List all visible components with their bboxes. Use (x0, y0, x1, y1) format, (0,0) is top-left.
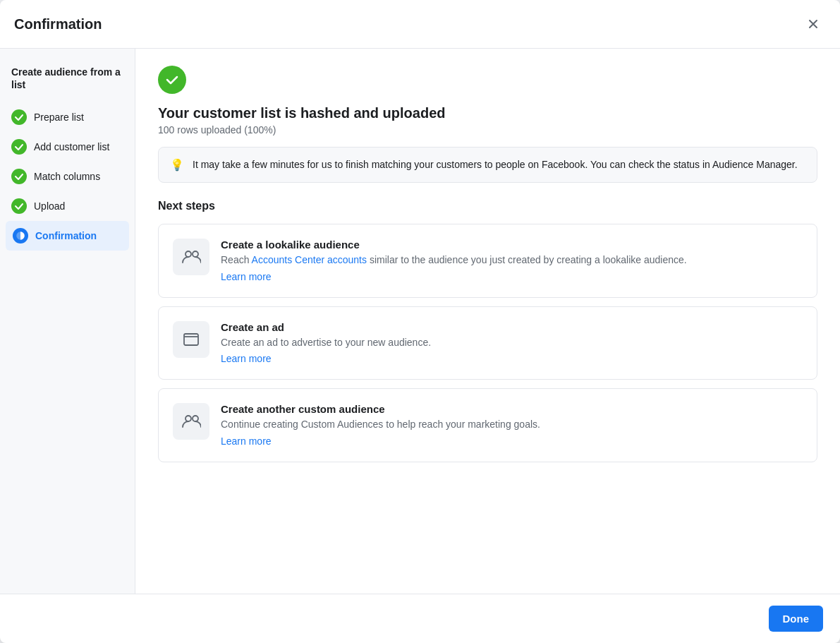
custom-audience-card-title: Create another custom audience (221, 403, 540, 415)
close-button[interactable] (801, 11, 826, 37)
sidebar-label-prepare-list: Prepare list (34, 112, 84, 123)
custom-audience-card-desc: Continue creating Custom Audiences to he… (221, 418, 540, 432)
checkmark-icon (14, 142, 24, 152)
custom-audience-card-content: Create another custom audience Continue … (221, 403, 540, 447)
sidebar-item-upload[interactable]: Upload (0, 191, 135, 221)
done-button[interactable]: Done (769, 606, 824, 632)
accounts-center-link[interactable]: Accounts Center accounts (252, 254, 367, 265)
success-subtitle: 100 rows uploaded (100%) (158, 124, 817, 136)
checkmark-icon (14, 172, 24, 181)
svg-rect-3 (184, 334, 198, 345)
sidebar-item-confirmation[interactable]: Confirmation (6, 221, 129, 251)
sidebar-label-match-columns: Match columns (34, 171, 100, 182)
lookalike-desc-suffix: similar to the audience you just created… (367, 254, 687, 265)
svg-point-1 (185, 251, 191, 257)
close-icon (806, 17, 820, 31)
half-circle-icon (16, 231, 25, 241)
custom-audience-icon (173, 403, 209, 440)
info-box: 💡 It may take a few minutes for us to fi… (158, 147, 817, 183)
custom-audience-learn-more-link[interactable]: Learn more (221, 435, 272, 447)
success-checkmark-icon (164, 72, 180, 88)
sidebar-item-add-customer-list[interactable]: Add customer list (0, 132, 135, 162)
lookalike-desc-prefix: Reach (221, 254, 252, 265)
lookalike-card-title: Create a lookalike audience (221, 239, 687, 251)
ad-icon (173, 321, 209, 358)
next-steps-title: Next steps (158, 200, 817, 212)
sidebar-title: Create audience from a list (0, 60, 135, 102)
create-ad-card-content: Create an ad Create an ad to advertise t… (221, 321, 431, 366)
svg-point-4 (185, 416, 191, 421)
checkmark-icon (14, 112, 24, 122)
create-ad-card-title: Create an ad (221, 321, 431, 333)
checkmark-icon (14, 201, 24, 211)
people-plus-icon (181, 411, 201, 431)
ad-box-icon (181, 330, 201, 349)
modal-header: Confirmation (0, 0, 840, 49)
svg-point-2 (193, 251, 198, 257)
modal-footer: Done (0, 594, 840, 643)
info-box-text: It may take a few minutes for us to fini… (193, 157, 798, 172)
lookalike-icon (173, 239, 209, 275)
card-create-ad[interactable]: Create an ad Create an ad to advertise t… (158, 306, 817, 380)
main-content: Your customer list is hashed and uploade… (135, 49, 840, 594)
step-icon-add-customer-list (11, 139, 27, 155)
create-ad-card-desc: Create an ad to advertise to your new au… (221, 336, 431, 350)
lookalike-card-content: Create a lookalike audience Reach Accoun… (221, 239, 687, 283)
svg-point-5 (193, 416, 198, 421)
modal: Confirmation Create audience from a list… (0, 0, 840, 643)
step-icon-prepare-list (11, 109, 27, 125)
step-icon-match-columns (11, 169, 27, 184)
lightbulb-icon: 💡 (170, 158, 184, 172)
step-icon-upload (11, 198, 27, 214)
sidebar: Create audience from a list Prepare list… (0, 49, 135, 594)
success-title: Your customer list is hashed and uploade… (158, 105, 817, 121)
modal-title: Confirmation (14, 16, 102, 32)
sidebar-label-confirmation: Confirmation (35, 230, 97, 241)
step-icon-confirmation (13, 228, 28, 244)
sidebar-label-add-customer-list: Add customer list (34, 141, 109, 152)
people-icon (181, 247, 201, 267)
modal-body: Create audience from a list Prepare list… (0, 49, 840, 594)
sidebar-label-upload: Upload (34, 200, 65, 212)
lookalike-learn-more-link[interactable]: Learn more (221, 271, 272, 282)
sidebar-item-prepare-list[interactable]: Prepare list (0, 102, 135, 132)
success-icon (158, 66, 186, 94)
create-ad-learn-more-link[interactable]: Learn more (221, 353, 272, 364)
card-lookalike-audience[interactable]: Create a lookalike audience Reach Accoun… (158, 224, 817, 298)
card-custom-audience[interactable]: Create another custom audience Continue … (158, 388, 817, 462)
sidebar-item-match-columns[interactable]: Match columns (0, 162, 135, 191)
lookalike-card-desc: Reach Accounts Center accounts similar t… (221, 253, 687, 268)
